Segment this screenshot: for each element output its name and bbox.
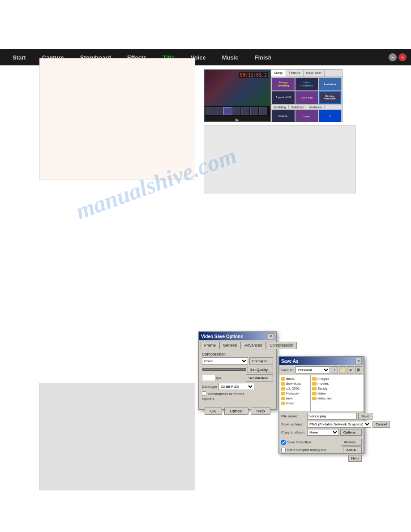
compression-select[interactable]: None [202, 357, 248, 365]
minimize-button[interactable]: − [389, 53, 397, 61]
save-as-close[interactable]: × [355, 358, 362, 364]
file-label-sandy: Sandy [317, 386, 328, 390]
title-cell-grand[interactable]: A grand at 312 [272, 91, 295, 104]
title-cell-love[interactable]: Love You [295, 91, 318, 104]
folder-label-burn: burn [286, 396, 293, 400]
title-cell-wedding[interactable]: HappyWedding [272, 78, 295, 90]
play-icon[interactable]: ▶ [235, 117, 239, 122]
filename-label: File name: [281, 414, 306, 418]
folder-label-deskl: deskl [286, 377, 295, 381]
list-view-icon[interactable]: ≡ [347, 366, 354, 373]
tab-bottom-celebrate[interactable]: Celebrate [289, 105, 307, 109]
keyframe-input[interactable] [202, 375, 215, 381]
tab-new-year[interactable]: New Year [304, 70, 325, 77]
tab-many[interactable]: Many [271, 70, 286, 77]
configure-button[interactable]: Configure... [249, 357, 273, 365]
tab-thanks[interactable]: Thanks [286, 70, 304, 77]
filename-input[interactable] [307, 413, 357, 420]
folder-label-download: download [286, 382, 301, 386]
folder-label-network: Network [286, 391, 299, 395]
title-cell-wedding-text: HappyWedding [278, 81, 289, 87]
file-images[interactable]: Images [312, 376, 363, 381]
video-frame: 00:11:81.2 [205, 70, 270, 106]
options-button[interactable]: Options... [340, 429, 362, 436]
folder-icon-deskl [281, 377, 285, 381]
folder-icon-network [281, 392, 285, 395]
tab-compression[interactable]: Compression [266, 342, 297, 349]
tab-general[interactable]: General [219, 342, 241, 349]
dialog-video-save-close[interactable]: × [268, 333, 274, 339]
save-button[interactable]: Save [358, 413, 372, 420]
file-movies[interactable]: movies [312, 381, 363, 386]
file-sandy[interactable]: Sandy [312, 386, 363, 391]
tab-frame[interactable]: Frame [201, 342, 219, 349]
title-selector-panel: Many Thanks New Year HappyWedding Let'sC… [271, 69, 342, 122]
nav-controls: − × [389, 53, 407, 61]
save-in-select[interactable]: Personal [295, 366, 330, 373]
file-icon-video [312, 392, 317, 395]
right-preview-panel [204, 125, 356, 193]
color-select[interactable]: None [307, 429, 339, 436]
folder-network[interactable]: Network [280, 391, 309, 396]
about-button[interactable]: About... [343, 446, 362, 453]
set-window-button[interactable]: Set Window... [246, 374, 273, 382]
title-cell-music[interactable]: ♪ [319, 110, 341, 122]
bridge-row: Send to/Open dialog box About... [279, 446, 364, 453]
nav-music[interactable]: Music [214, 54, 247, 61]
new-folder-icon[interactable]: 📁 [339, 366, 346, 373]
saveas-type-select[interactable]: PNG (Portable Network Graphics) [307, 421, 371, 428]
title-cell-love2-text: Love [304, 115, 310, 118]
folder-icon-burn [281, 397, 285, 400]
saveas-files-pane: Images movies Sandy video vidoc.net [311, 375, 364, 411]
file-label-movies: movies [317, 382, 329, 386]
browse-button[interactable]: Browse... [341, 439, 362, 446]
title-cell-love-text: Love You [301, 96, 313, 99]
title-cell-love2[interactable]: Love [295, 110, 318, 122]
nav-finish[interactable]: Finish [247, 54, 280, 61]
video-controls: ▶ [205, 116, 270, 122]
video-preview[interactable]: 00:11:81.2 ▶ [204, 69, 271, 122]
save-selection-checkbox[interactable] [281, 440, 286, 445]
recompress-label: Recompress all frames [208, 392, 244, 396]
folder-ck2001[interactable]: c.k-2001 [280, 386, 309, 391]
video-timecode: 00:11:81.2 [239, 72, 268, 78]
file-vidoc[interactable]: vidoc.net [312, 396, 363, 401]
keyframe-row: fps Set Window... [202, 374, 273, 382]
help-button-saveas[interactable]: Help [348, 455, 362, 462]
tab-advanced[interactable]: Advanced [241, 342, 266, 349]
nav-start[interactable]: Start [4, 54, 34, 61]
title-category-tabs: Many Thanks New Year [271, 70, 342, 77]
bottom-content-panel [39, 383, 195, 490]
title-cell-celebrate[interactable]: Let'sCelebrate [295, 78, 318, 90]
file-label-images: Images [317, 377, 329, 381]
details-view-icon[interactable]: ⊞ [355, 366, 362, 373]
bridge-checkbox[interactable] [281, 448, 286, 452]
film-frame-7 [259, 107, 267, 115]
title-bottom-tabs: Wedding Celebrate Invitation [271, 105, 342, 109]
dialog-video-body: Compression None Configure... Set Qualit… [199, 349, 276, 405]
title-cell-birthday[interactable]: BirthdayAnna Marie! [319, 91, 341, 104]
close-button[interactable]: × [398, 53, 407, 61]
set-quality-button[interactable]: Set Quality... [248, 366, 273, 373]
folder-burn[interactable]: burn [280, 396, 309, 401]
compression-row: None Configure... [202, 357, 273, 365]
file-video[interactable]: video [312, 391, 363, 396]
tab-bottom-invitation[interactable]: Invitation [307, 105, 325, 109]
saveas-cancel-button[interactable]: Cancel [372, 421, 390, 428]
title-cell-invitation[interactable]: Invitation [319, 78, 341, 90]
folder-deskl[interactable]: deskl [280, 376, 309, 381]
folder-download[interactable]: download [280, 381, 309, 386]
tab-bottom-wedding[interactable]: Wedding [271, 105, 289, 109]
film-frame-5 [241, 107, 249, 115]
data-type-select[interactable]: 32 Bit RGB [218, 383, 254, 390]
recompress-checkbox[interactable] [202, 391, 206, 396]
dialog-video-footer: OK Cancel Help [199, 405, 276, 417]
ok-button[interactable]: OK [205, 408, 222, 415]
folder-new[interactable]: New) [280, 401, 309, 406]
cancel-button-video[interactable]: Cancel [224, 408, 248, 415]
help-button-video[interactable]: Help [251, 408, 271, 415]
filename-row: File name: Save [281, 413, 362, 420]
bridge-label: Send to/Open dialog box [287, 448, 326, 452]
title-cell-congrat[interactable]: Congrat... [272, 110, 295, 122]
up-folder-icon[interactable]: ↑ [331, 366, 338, 373]
